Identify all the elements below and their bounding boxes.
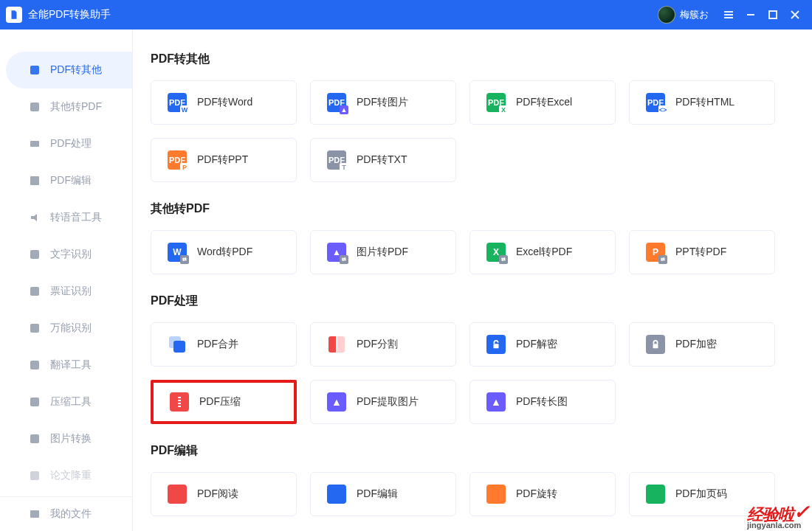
compress-icon [28, 395, 41, 409]
card-pdf-read[interactable]: PDF阅读 [151, 472, 297, 516]
user-area[interactable]: 梅簇お [658, 6, 709, 24]
card-pdf-to-ppt[interactable]: PDFP PDF转PPT [151, 138, 297, 182]
card-label: PDF合并 [197, 338, 238, 351]
card-label: PDF旋转 [516, 487, 557, 501]
card-label: PDF加密 [675, 338, 717, 351]
card-pdf-to-html[interactable]: PDF<> PDF转HTML [629, 80, 775, 125]
ppt-icon: PDFP [168, 150, 187, 170]
sidebar-item-label: 票证识别 [50, 285, 92, 298]
card-label: PPT转PDF [675, 246, 726, 259]
ppt-file-icon: P⇄ [646, 243, 665, 262]
edit-icon [28, 174, 41, 187]
minimize-icon[interactable] [740, 4, 762, 26]
txt-icon: PDFT [327, 150, 346, 170]
card-word-to-pdf[interactable]: W⇄ Word转PDF [151, 230, 297, 274]
card-label: PDF转TXT [357, 153, 407, 167]
translate-icon [28, 358, 41, 372]
sidebar-item-label: 文字识别 [50, 248, 92, 261]
close-icon[interactable] [784, 4, 806, 26]
sidebar-item-label: 万能识别 [50, 322, 92, 335]
card-label: PDF转Word [197, 96, 252, 109]
svg-rect-7 [30, 287, 39, 296]
excel-file-icon: X⇄ [486, 243, 506, 262]
sidebar-item-pdf-edit[interactable]: PDF编辑 [6, 162, 132, 199]
card-label: PDF编辑 [357, 487, 398, 501]
card-pdf-decrypt[interactable]: PDF解密 [469, 322, 616, 367]
sidebar-item-image-convert[interactable]: 图片转换 [6, 420, 132, 457]
card-label: PDF压缩 [199, 395, 241, 409]
svg-rect-6 [30, 250, 39, 259]
sidebar-item-label: PDF处理 [50, 137, 92, 150]
lock-icon [646, 335, 665, 354]
card-pdf-encrypt[interactable]: PDF加密 [629, 322, 775, 367]
card-label: PDF转Excel [516, 96, 572, 109]
read-icon [168, 485, 187, 504]
sidebar-item-label: PDF转其他 [50, 63, 102, 77]
section-title-pdf-edit: PDF编辑 [151, 443, 794, 459]
card-label: 图片转PDF [357, 246, 408, 259]
card-label: PDF转长图 [516, 395, 568, 409]
sidebar-item-ticket-ocr[interactable]: 票证识别 [6, 273, 132, 310]
card-pdf-edit[interactable]: PDF编辑 [310, 472, 456, 516]
sidebar-item-pdf-process[interactable]: PDF处理 [6, 125, 132, 162]
sidebar-item-other-to-pdf[interactable]: 其他转PDF [6, 88, 132, 125]
html-icon: PDF<> [646, 93, 665, 112]
card-pdf-compress[interactable]: PDF压缩 [151, 380, 297, 424]
sidebar-item-translate[interactable]: 翻译工具 [6, 347, 132, 384]
app-logo-icon: P [6, 7, 22, 23]
sidebar-item-audio-tool[interactable]: 转语音工具 [6, 199, 132, 236]
card-ppt-to-pdf[interactable]: P⇄ PPT转PDF [629, 230, 775, 274]
sidebar-item-label: 我的文件 [50, 507, 92, 521]
watermark: 经验啦✓ jingyanla.com [747, 504, 809, 530]
section-title-pdf-to-other: PDF转其他 [151, 52, 794, 67]
sidebar-item-label: 压缩工具 [50, 395, 92, 409]
card-image-to-pdf[interactable]: ▲⇄ 图片转PDF [310, 230, 456, 274]
card-label: PDF转PPT [197, 153, 248, 167]
card-pdf-to-word[interactable]: PDFW PDF转Word [151, 80, 297, 125]
maximize-icon[interactable] [762, 4, 784, 26]
folder-icon [28, 507, 41, 521]
card-excel-to-pdf[interactable]: X⇄ Excel转PDF [469, 230, 616, 274]
card-pdf-to-long-image[interactable]: ▲ PDF转长图 [469, 380, 616, 424]
split-icon [327, 335, 346, 354]
edit-file-icon [327, 485, 346, 504]
card-pdf-to-excel[interactable]: PDFX PDF转Excel [469, 80, 616, 125]
card-pdf-to-txt[interactable]: PDFT PDF转TXT [310, 138, 456, 182]
sidebar-item-label: 图片转换 [50, 432, 92, 445]
card-label: Excel转PDF [516, 246, 572, 259]
sidebar-item-label: 论文降重 [50, 469, 92, 482]
menu-icon[interactable] [718, 4, 740, 26]
card-pdf-extract-image[interactable]: ▲ PDF提取图片 [310, 380, 456, 424]
sidebar-item-label: 翻译工具 [50, 358, 92, 372]
image-icon [28, 432, 41, 445]
card-label: PDF加页码 [675, 487, 727, 501]
card-pdf-split[interactable]: PDF分割 [310, 322, 456, 367]
paper-icon [28, 469, 41, 482]
card-pdf-rotate[interactable]: PDF旋转 [469, 472, 616, 516]
sidebar-item-ocr-text[interactable]: 文字识别 [6, 236, 132, 273]
app-title: 全能PDF转换助手 [28, 8, 111, 21]
svg-rect-9 [30, 361, 39, 369]
sidebar-item-pdf-to-other[interactable]: PDF转其他 [6, 52, 132, 88]
card-pdf-to-image[interactable]: PDF▲ PDF转图片 [310, 80, 456, 125]
svg-rect-1 [769, 11, 777, 18]
sidebar-item-universal-ocr[interactable]: 万能识别 [6, 310, 132, 347]
titlebar: P 全能PDF转换助手 梅簇お [0, 0, 812, 30]
svg-rect-5 [30, 176, 39, 185]
audio-icon [28, 211, 41, 224]
card-label: PDF转HTML [675, 96, 734, 109]
card-pdf-merge[interactable]: PDF合并 [151, 322, 297, 367]
text-icon [28, 248, 41, 261]
picture-icon: ▲⇄ [327, 243, 346, 262]
sidebar-item-paper[interactable]: 论文降重 [6, 457, 132, 494]
process-icon [28, 137, 41, 150]
image-file-icon: PDF▲ [327, 93, 346, 112]
sidebar-item-compress[interactable]: 压缩工具 [6, 384, 132, 420]
extract-image-icon: ▲ [327, 392, 346, 412]
sidebar-item-my-files[interactable]: 我的文件 [6, 497, 132, 531]
sidebar-item-label: 转语音工具 [50, 211, 102, 224]
svg-rect-13 [30, 510, 39, 518]
convert-icon [28, 100, 41, 114]
avatar [658, 6, 675, 24]
word-icon: PDFW [168, 93, 187, 112]
